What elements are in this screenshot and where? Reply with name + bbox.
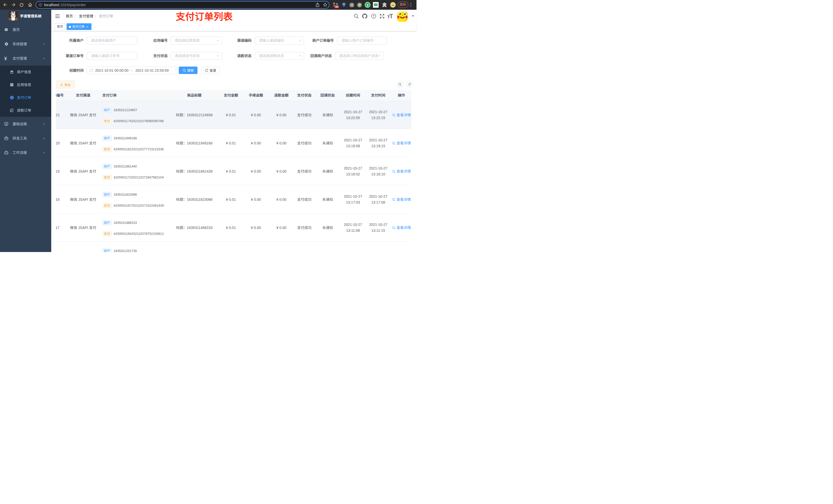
svg-text:?: ? [373, 15, 375, 18]
svg-text:y: y [367, 3, 368, 7]
